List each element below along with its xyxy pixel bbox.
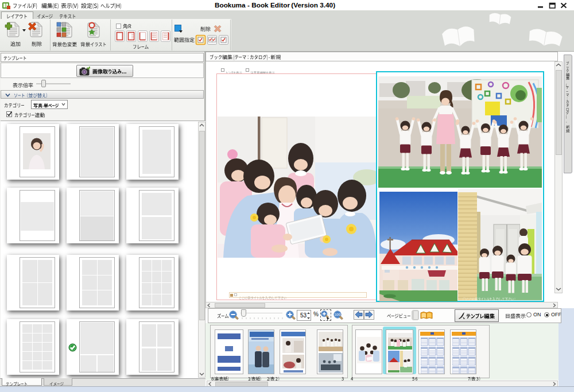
svg-text:100: 100 [335, 313, 341, 316]
